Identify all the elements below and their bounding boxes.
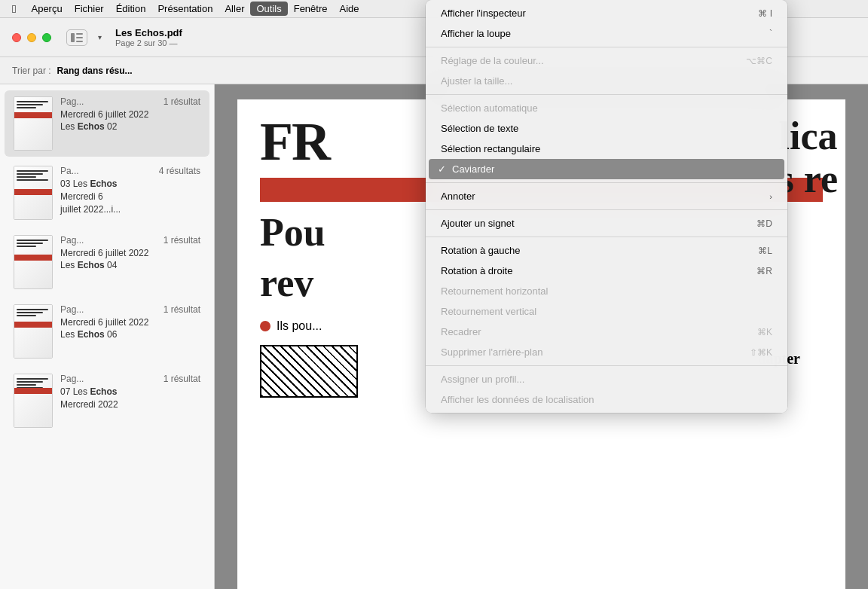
menu-label: Sélection rectangulaire <box>441 143 540 154</box>
menu-shortcut: ` <box>769 29 772 39</box>
menu-item-retournement-horizontal: Retournement horizontal <box>426 281 787 301</box>
menu-item-supprimer-arriere-plan: Supprimer l'arrière-plan ⇧⌘K <box>426 342 787 362</box>
menu-item-rotation-droite[interactable]: Rotation à droite ⌘R <box>426 261 787 281</box>
menu-label: Ajouter un signet <box>441 218 515 229</box>
menu-shortcut: ⌘R <box>756 266 772 276</box>
menu-separator <box>426 47 787 47</box>
menu-separator <box>426 94 787 95</box>
menu-label: Rotation à droite <box>441 265 512 276</box>
menu-separator <box>426 209 787 210</box>
menu-item-afficher-localisation: Afficher les données de localisation <box>426 389 787 410</box>
menu-label: Sélection de texte <box>441 123 518 134</box>
dropdown-overlay: Afficher l'inspecteur ⌘ I Afficher la lo… <box>0 0 868 589</box>
menu-shortcut: ⌘L <box>758 246 772 256</box>
menu-label: Rotation à gauche <box>441 245 521 256</box>
menu-item-selection-automatique: Sélection automatique <box>426 98 787 118</box>
menu-shortcut: ⌘D <box>756 218 772 229</box>
submenu-arrow-icon: › <box>769 192 772 201</box>
menu-item-selection-rectangulaire[interactable]: Sélection rectangulaire <box>426 139 787 159</box>
menu-label: Assigner un profil... <box>441 374 524 385</box>
menu-item-recadrer: Recadrer ⌘K <box>426 322 787 342</box>
menu-item-ajouter-signet[interactable]: Ajouter un signet ⌘D <box>426 213 787 233</box>
menu-separator <box>426 182 787 183</box>
menu-label: Annoter <box>441 191 475 202</box>
menu-item-retournement-vertical: Retournement vertical <box>426 301 787 322</box>
menu-label: Supprimer l'arrière-plan <box>441 346 542 358</box>
menu-item-caviarder[interactable]: ✓ Caviarder <box>429 159 784 179</box>
menu-separator <box>426 237 787 237</box>
menu-label: Caviarder <box>452 163 494 175</box>
checkmark-icon: ✓ <box>438 163 446 175</box>
menu-shortcut: ⇧⌘K <box>750 347 772 358</box>
menu-shortcut: ⌘K <box>757 327 772 337</box>
menu-item-afficher-loupe[interactable]: Afficher la loupe ` <box>426 23 787 44</box>
menu-label: Afficher les données de localisation <box>441 394 594 405</box>
menu-item-left: ✓ Caviarder <box>438 163 494 175</box>
menu-item-afficher-inspecteur[interactable]: Afficher l'inspecteur ⌘ I <box>426 3 787 23</box>
menu-label: Retournement vertical <box>441 306 536 317</box>
menu-separator <box>426 365 787 366</box>
menu-shortcut: ⌘ I <box>758 8 772 19</box>
menu-label: Réglage de la couleur... <box>441 55 544 66</box>
menu-item-annoter[interactable]: Annoter › <box>426 186 787 206</box>
menu-label: Retournement horizontal <box>441 285 548 297</box>
menu-label: Afficher l'inspecteur <box>441 8 526 19</box>
menu-label: Sélection automatique <box>441 102 538 114</box>
menu-label: Afficher la loupe <box>441 28 511 39</box>
menu-item-selection-texte[interactable]: Sélection de texte <box>426 118 787 139</box>
menu-item-rotation-gauche[interactable]: Rotation à gauche ⌘L <box>426 240 787 261</box>
menu-shortcut: ⌥⌘C <box>746 56 772 66</box>
menu-label: Recadrer <box>441 326 481 337</box>
menu-item-reglage-couleur: Réglage de la couleur... ⌥⌘C <box>426 50 787 71</box>
menu-item-ajuster-taille: Ajuster la taille... <box>426 71 787 91</box>
menu-label: Ajuster la taille... <box>441 75 512 87</box>
tools-dropdown-menu: Afficher l'inspecteur ⌘ I Afficher la lo… <box>426 0 787 413</box>
menu-item-assigner-profil: Assigner un profil... <box>426 369 787 389</box>
